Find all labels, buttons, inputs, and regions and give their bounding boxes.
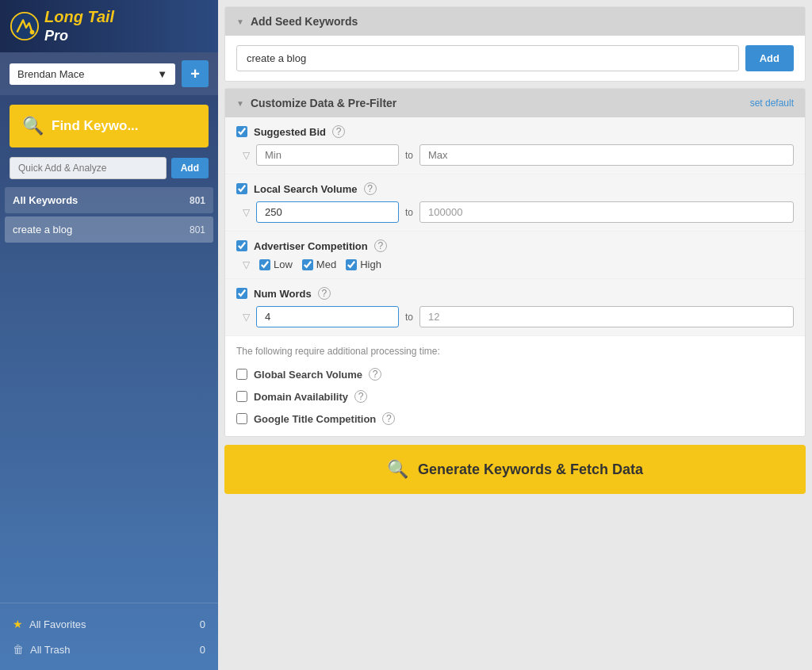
- quick-add-button[interactable]: Add: [171, 158, 209, 178]
- all-trash-count: 0: [200, 644, 205, 656]
- google-title-competition-help-icon[interactable]: ?: [382, 412, 395, 425]
- high-option[interactable]: High: [346, 258, 381, 270]
- all-favorites-count: 0: [200, 618, 205, 630]
- customize-panel: ▼ Customize Data & Pre-Filter set defaul…: [224, 88, 806, 437]
- local-search-volume-checkbox[interactable]: [236, 183, 247, 194]
- collapse-icon[interactable]: ▼: [236, 17, 244, 26]
- google-title-competition-label: Google Title Competition: [254, 413, 376, 425]
- seed-keywords-panel: ▼ Add Seed Keywords Add: [224, 6, 806, 82]
- sidebar: Long TailPro Brendan Mace ▼ + 🔍 Find Key…: [0, 0, 218, 670]
- all-trash-label: All Trash: [30, 644, 71, 656]
- star-icon: ★: [13, 618, 23, 630]
- search-icon: 🔍: [22, 116, 44, 136]
- all-favorites-item[interactable]: ★ All Favorites 0: [5, 611, 213, 637]
- filter-funnel-icon-nw: ▽: [243, 312, 250, 323]
- seed-keywords-title: Add Seed Keywords: [251, 15, 358, 28]
- to-label-lsv: to: [405, 207, 413, 218]
- local-search-volume-max-input[interactable]: [419, 201, 794, 223]
- generate-search-icon: 🔍: [387, 459, 408, 480]
- num-words-label: Num Words: [254, 288, 312, 300]
- generate-keywords-button[interactable]: 🔍 Generate Keywords & Fetch Data: [224, 445, 806, 494]
- domain-availability-label: Domain Availability: [254, 391, 348, 403]
- advertiser-competition-filter: Advertiser Competition ? ▽ Low Med High: [225, 232, 805, 279]
- seed-keywords-body: Add: [225, 36, 805, 81]
- suggested-bid-help-icon[interactable]: ?: [332, 125, 345, 138]
- customize-header: ▼ Customize Data & Pre-Filter set defaul…: [225, 89, 805, 117]
- suggested-bid-checkbox[interactable]: [236, 126, 247, 137]
- keyword-list: All Keywords 801 create a blog 801: [0, 187, 218, 603]
- google-title-competition-checkbox[interactable]: [236, 413, 247, 424]
- global-search-volume-checkbox[interactable]: [236, 369, 247, 380]
- advertiser-competition-label: Advertiser Competition: [254, 240, 368, 252]
- logo-icon: [10, 11, 40, 41]
- google-title-competition-filter: Google Title Competition ?: [225, 408, 805, 430]
- sidebar-bottom: ★ All Favorites 0 🗑 All Trash 0: [0, 603, 218, 670]
- all-trash-item[interactable]: 🗑 All Trash 0: [5, 637, 213, 662]
- global-search-volume-help-icon[interactable]: ?: [369, 368, 381, 381]
- global-search-volume-label: Global Search Volume: [254, 369, 362, 381]
- all-keywords-count: 801: [190, 195, 205, 206]
- find-keywords-label: Find Keywo...: [52, 118, 139, 134]
- filter-funnel-icon-ac: ▽: [243, 259, 250, 270]
- find-keywords-button[interactable]: 🔍 Find Keywo...: [10, 105, 209, 147]
- dropdown-arrow-icon: ▼: [157, 68, 167, 80]
- svg-point-1: [30, 30, 35, 35]
- to-label-nw: to: [405, 312, 413, 323]
- domain-availability-checkbox[interactable]: [236, 391, 247, 402]
- logo-text: Long TailPro: [44, 8, 114, 44]
- create-blog-label: create a blog: [13, 224, 72, 235]
- list-item-create-blog[interactable]: create a blog 801: [5, 216, 213, 243]
- set-default-link[interactable]: set default: [750, 98, 794, 109]
- list-item-all-keywords[interactable]: All Keywords 801: [5, 187, 213, 213]
- sidebar-header: Long TailPro: [0, 0, 218, 52]
- seed-add-button[interactable]: Add: [745, 45, 794, 71]
- med-label: Med: [316, 258, 336, 270]
- suggested-bid-filter: Suggested Bid ? ▽ to: [225, 117, 805, 174]
- num-words-help-icon[interactable]: ?: [318, 287, 331, 300]
- local-search-volume-label: Local Search Volume: [254, 183, 358, 195]
- processing-note: The following require additional process…: [225, 336, 805, 363]
- local-search-volume-min-input[interactable]: [256, 201, 399, 223]
- advertiser-competition-help-icon[interactable]: ?: [374, 239, 387, 252]
- create-blog-count: 801: [190, 224, 205, 235]
- global-search-volume-filter: Global Search Volume ?: [225, 363, 805, 385]
- quick-add-input[interactable]: [10, 157, 167, 179]
- suggested-bid-min-input[interactable]: [256, 144, 399, 166]
- domain-availability-filter: Domain Availability ?: [225, 385, 805, 408]
- filter-funnel-icon-lsv: ▽: [243, 207, 250, 218]
- user-name: Brendan Mace: [17, 68, 85, 80]
- domain-availability-help-icon[interactable]: ?: [354, 390, 367, 403]
- all-favorites-label: All Favorites: [29, 618, 86, 630]
- seed-input-row: Add: [236, 45, 794, 71]
- to-label-bid: to: [405, 150, 413, 161]
- customize-title: Customize Data & Pre-Filter: [251, 97, 396, 109]
- logo-container: Long TailPro: [10, 8, 114, 44]
- suggested-bid-max-input[interactable]: [419, 144, 794, 166]
- customize-collapse-icon[interactable]: ▼: [236, 99, 244, 108]
- user-row: Brendan Mace ▼ +: [0, 52, 218, 95]
- trash-icon: 🗑: [13, 643, 24, 656]
- all-keywords-label: All Keywords: [13, 194, 78, 206]
- quick-add-row: Add: [10, 157, 209, 179]
- num-words-filter: Num Words ? ▽ to: [225, 279, 805, 336]
- low-option[interactable]: Low: [259, 258, 293, 270]
- advertiser-competition-checkbox[interactable]: [236, 240, 247, 251]
- high-checkbox[interactable]: [346, 259, 357, 270]
- seed-keyword-input[interactable]: [236, 45, 739, 71]
- low-label: Low: [274, 258, 293, 270]
- med-checkbox[interactable]: [302, 259, 313, 270]
- num-words-checkbox[interactable]: [236, 288, 247, 299]
- low-checkbox[interactable]: [259, 259, 270, 270]
- advertiser-competition-options: ▽ Low Med High: [243, 258, 794, 270]
- high-label: High: [360, 258, 381, 270]
- local-search-volume-filter: Local Search Volume ? ▽ to: [225, 174, 805, 232]
- user-dropdown[interactable]: Brendan Mace ▼: [10, 63, 175, 85]
- filter-funnel-icon-bid: ▽: [243, 150, 250, 161]
- add-project-button[interactable]: +: [182, 60, 209, 87]
- suggested-bid-label: Suggested Bid: [254, 126, 326, 138]
- med-option[interactable]: Med: [302, 258, 336, 270]
- main-content: ▼ Add Seed Keywords Add ▼ Customize Data…: [218, 0, 812, 670]
- num-words-max-input[interactable]: [419, 306, 794, 327]
- local-search-volume-help-icon[interactable]: ?: [364, 182, 377, 195]
- num-words-min-input[interactable]: [256, 306, 399, 327]
